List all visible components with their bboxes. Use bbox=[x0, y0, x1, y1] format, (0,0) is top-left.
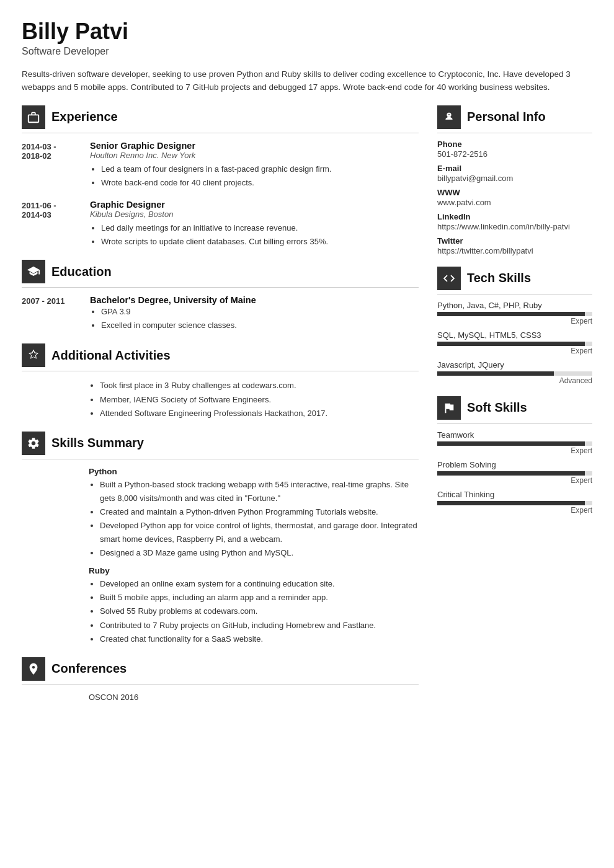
soft-skill-track-2 bbox=[437, 471, 592, 476]
soft-skill-1: Teamwork Expert bbox=[437, 430, 592, 455]
tech-skill-track-2 bbox=[437, 342, 592, 346]
education-section: Education 2007 - 2011 Bachelor's Degree,… bbox=[22, 260, 419, 332]
education-header: Education bbox=[22, 260, 419, 283]
email-value: billypatvi@gmail.com bbox=[437, 174, 592, 183]
experience-title: Experience bbox=[51, 110, 118, 124]
soft-skill-level-2: Expert bbox=[437, 476, 592, 485]
conferences-icon bbox=[22, 657, 45, 681]
exp-bullet: Led a team of four designers in a fast-p… bbox=[101, 162, 331, 176]
conference-icon bbox=[27, 662, 40, 676]
tech-skills-title: Tech Skills bbox=[467, 271, 531, 285]
ruby-bullet: Developed an online exam system for a co… bbox=[100, 577, 419, 591]
exp-dates-1: 2014-03 - 2018-02 bbox=[22, 141, 78, 190]
flag-icon bbox=[442, 401, 456, 415]
experience-divider bbox=[22, 133, 419, 133]
tech-skill-track-1 bbox=[437, 312, 592, 316]
ruby-bullet: Created chat functionality for a SaaS we… bbox=[100, 632, 419, 646]
tech-skill-label-3: Javascript, JQuery bbox=[437, 360, 592, 370]
header: Billy Patvi Software Developer bbox=[22, 19, 592, 57]
skills-icon bbox=[22, 432, 45, 455]
exp-bullet: Wrote back-end code for 40 client projec… bbox=[101, 176, 331, 190]
email-label: E-mail bbox=[437, 164, 592, 173]
candidate-subtitle: Software Developer bbox=[22, 46, 592, 57]
skills-title: Skills Summary bbox=[51, 436, 144, 450]
exp-title-2: Graphic Designer bbox=[90, 200, 328, 210]
soft-skill-level-1: Expert bbox=[437, 446, 592, 455]
soft-skill-fill-2 bbox=[437, 471, 585, 476]
exp-bullets-2: Led daily meetings for an initiative to … bbox=[90, 221, 328, 249]
education-title: Education bbox=[51, 265, 112, 279]
conferences-header: Conferences bbox=[22, 657, 419, 681]
activities-divider bbox=[22, 371, 419, 371]
soft-skill-track-3 bbox=[437, 501, 592, 505]
twitter-label: Twitter bbox=[437, 236, 592, 246]
tech-skills-divider bbox=[437, 294, 592, 294]
exp-company-2: Kibula Designs, Boston bbox=[90, 210, 328, 219]
activities-header: Additional Activities bbox=[22, 343, 419, 367]
education-divider bbox=[22, 287, 419, 288]
soft-skill-label-1: Teamwork bbox=[437, 430, 592, 440]
personal-info-title: Personal Info bbox=[467, 110, 546, 124]
resume-page: Billy Patvi Software Developer Results-d… bbox=[0, 0, 614, 732]
activity-bullet: Member, IAENG Society of Software Engine… bbox=[100, 393, 419, 407]
exp-bullet: Led daily meetings for an initiative to … bbox=[101, 221, 328, 235]
personal-info-divider bbox=[437, 133, 592, 133]
edu-bullet: GPA 3.9 bbox=[101, 305, 256, 319]
ruby-bullets: Developed an online exam system for a co… bbox=[89, 577, 419, 645]
activity-bullet: Attended Software Engineering Profession… bbox=[100, 407, 419, 420]
personal-info-header: Personal Info bbox=[437, 105, 592, 129]
tech-skill-level-1: Expert bbox=[437, 317, 592, 326]
tech-skills-header: Tech Skills bbox=[437, 267, 592, 290]
soft-skill-2: Problem Solving Expert bbox=[437, 460, 592, 485]
education-icon bbox=[22, 260, 45, 283]
python-bullets: Built a Python-based stock tracking weba… bbox=[89, 478, 419, 560]
person-icon bbox=[442, 110, 456, 124]
graduation-icon bbox=[27, 265, 40, 278]
tech-skill-label-1: Python, Java, C#, PHP, Ruby bbox=[437, 301, 592, 310]
www-label: WWW bbox=[437, 188, 592, 197]
personal-info-icon bbox=[437, 105, 461, 129]
edu-bullets-1: GPA 3.9 Excelled in computer science cla… bbox=[90, 305, 256, 332]
python-bullet: Built a Python-based stock tracking weba… bbox=[100, 478, 419, 505]
experience-icon bbox=[22, 105, 45, 129]
python-bullet: Designed a 3D Maze game using Python and… bbox=[100, 546, 419, 560]
ruby-bullet: Contributed to 7 Ruby projects on GitHub… bbox=[100, 619, 419, 632]
skills-gear-icon bbox=[27, 436, 40, 450]
edu-content-1: Bachelor's Degree, University of Maine G… bbox=[90, 295, 256, 332]
ruby-bullet: Solved 55 Ruby problems at codewars.com. bbox=[100, 604, 419, 618]
python-bullet: Developed Python app for voice control o… bbox=[100, 519, 419, 546]
soft-skill-fill-3 bbox=[437, 501, 585, 505]
tech-skill-fill-2 bbox=[437, 342, 585, 346]
briefcase-icon bbox=[27, 110, 40, 124]
tech-skills-icon bbox=[437, 267, 461, 290]
conferences-divider bbox=[22, 684, 419, 685]
www-value: www.patvi.com bbox=[437, 198, 592, 207]
tech-skill-2: SQL, MySQL, HTML5, CSS3 Expert bbox=[437, 330, 592, 355]
exp-item-2: 2011-06 - 2014-03 Graphic Designer Kibul… bbox=[22, 200, 419, 249]
tech-skill-label-2: SQL, MySQL, HTML5, CSS3 bbox=[437, 330, 592, 340]
activities-bullets: Took first place in 3 Ruby challenges at… bbox=[89, 379, 419, 420]
phone-value: 501-872-2516 bbox=[437, 149, 592, 159]
candidate-name: Billy Patvi bbox=[22, 19, 592, 45]
soft-skill-label-3: Critical Thinking bbox=[437, 490, 592, 499]
tech-skill-track-3 bbox=[437, 371, 592, 376]
ruby-bullet: Built 5 mobile apps, including an alarm … bbox=[100, 591, 419, 604]
soft-skills-icon bbox=[437, 396, 461, 420]
exp-title-1: Senior Graphic Designer bbox=[90, 141, 331, 151]
personal-info-section: Personal Info Phone 501-872-2516 E-mail … bbox=[437, 105, 592, 255]
exp-bullet: Wrote scripts to update client databases… bbox=[101, 235, 328, 249]
linkedin-label: LinkedIn bbox=[437, 212, 592, 221]
skills-content: Python Built a Python-based stock tracki… bbox=[89, 467, 419, 646]
exp-dates-2: 2011-06 - 2014-03 bbox=[22, 200, 78, 249]
skill-category-ruby: Ruby bbox=[89, 566, 419, 575]
tech-skills-section: Tech Skills Python, Java, C#, PHP, Ruby … bbox=[437, 267, 592, 385]
experience-section: Experience 2014-03 - 2018-02 Senior Grap… bbox=[22, 105, 419, 249]
soft-skills-header: Soft Skills bbox=[437, 396, 592, 420]
edu-title-1: Bachelor's Degree, University of Maine bbox=[90, 295, 256, 305]
activities-section: Additional Activities Took first place i… bbox=[22, 343, 419, 420]
exp-content-1: Senior Graphic Designer Houlton Renno In… bbox=[90, 141, 331, 190]
python-bullet: Created and maintain a Python-driven Pyt… bbox=[100, 505, 419, 519]
skill-category-python: Python bbox=[89, 467, 419, 476]
soft-skill-track-1 bbox=[437, 441, 592, 446]
soft-skills-divider bbox=[437, 423, 592, 424]
